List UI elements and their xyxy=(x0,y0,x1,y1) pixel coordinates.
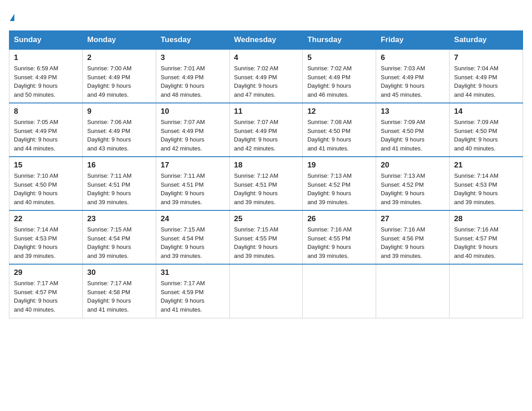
calendar-cell: 17 Sunrise: 7:11 AMSunset: 4:51 PMDaylig… xyxy=(156,157,229,210)
day-info: Sunrise: 7:07 AMSunset: 4:49 PMDaylight:… xyxy=(161,118,225,153)
day-number: 1 xyxy=(14,53,78,62)
day-info: Sunrise: 7:05 AMSunset: 4:49 PMDaylight:… xyxy=(14,118,78,153)
day-number: 7 xyxy=(454,53,518,62)
calendar-cell: 10 Sunrise: 7:07 AMSunset: 4:49 PMDaylig… xyxy=(156,103,229,157)
calendar-cell: 23 Sunrise: 7:15 AMSunset: 4:54 PMDaylig… xyxy=(82,210,156,264)
calendar-cell xyxy=(376,264,450,318)
day-info: Sunrise: 7:13 AMSunset: 4:52 PMDaylight:… xyxy=(307,171,371,206)
calendar-cell: 9 Sunrise: 7:06 AMSunset: 4:49 PMDayligh… xyxy=(82,103,156,157)
calendar-cell: 5 Sunrise: 7:02 AMSunset: 4:49 PMDayligh… xyxy=(303,49,376,103)
header-cell-saturday: Saturday xyxy=(450,31,523,50)
calendar-cell xyxy=(450,264,523,318)
day-number: 24 xyxy=(161,214,225,223)
day-info: Sunrise: 7:15 AMSunset: 4:55 PMDaylight:… xyxy=(234,225,298,260)
day-info: Sunrise: 7:11 AMSunset: 4:51 PMDaylight:… xyxy=(87,171,151,206)
calendar-header-row: SundayMondayTuesdayWednesdayThursdayFrid… xyxy=(9,31,523,50)
day-number: 15 xyxy=(14,161,78,170)
calendar-cell: 16 Sunrise: 7:11 AMSunset: 4:51 PMDaylig… xyxy=(82,157,156,210)
day-info: Sunrise: 7:17 AMSunset: 4:57 PMDaylight:… xyxy=(14,279,78,314)
calendar-cell: 6 Sunrise: 7:03 AMSunset: 4:49 PMDayligh… xyxy=(376,49,450,103)
calendar-cell: 15 Sunrise: 7:10 AMSunset: 4:50 PMDaylig… xyxy=(9,157,83,210)
calendar-cell: 22 Sunrise: 7:14 AMSunset: 4:53 PMDaylig… xyxy=(9,210,83,264)
day-number: 14 xyxy=(454,107,518,116)
day-number: 13 xyxy=(381,107,445,116)
header-cell-tuesday: Tuesday xyxy=(156,31,229,50)
calendar-cell: 29 Sunrise: 7:17 AMSunset: 4:57 PMDaylig… xyxy=(9,264,83,318)
day-info: Sunrise: 7:14 AMSunset: 4:53 PMDaylight:… xyxy=(454,171,518,206)
day-info: Sunrise: 7:09 AMSunset: 4:50 PMDaylight:… xyxy=(381,118,445,153)
page-header xyxy=(9,9,523,21)
calendar-cell: 27 Sunrise: 7:16 AMSunset: 4:56 PMDaylig… xyxy=(376,210,450,264)
calendar-body: 1 Sunrise: 6:59 AMSunset: 4:49 PMDayligh… xyxy=(9,49,523,318)
calendar-week-2: 8 Sunrise: 7:05 AMSunset: 4:49 PMDayligh… xyxy=(9,103,523,157)
day-number: 18 xyxy=(234,161,298,170)
calendar-week-5: 29 Sunrise: 7:17 AMSunset: 4:57 PMDaylig… xyxy=(9,264,523,318)
calendar-cell: 26 Sunrise: 7:16 AMSunset: 4:55 PMDaylig… xyxy=(303,210,376,264)
day-info: Sunrise: 7:00 AMSunset: 4:49 PMDaylight:… xyxy=(87,64,151,99)
calendar-cell: 1 Sunrise: 6:59 AMSunset: 4:49 PMDayligh… xyxy=(9,49,83,103)
day-info: Sunrise: 6:59 AMSunset: 4:49 PMDaylight:… xyxy=(14,64,78,99)
calendar-cell: 28 Sunrise: 7:16 AMSunset: 4:57 PMDaylig… xyxy=(450,210,523,264)
day-number: 10 xyxy=(161,107,225,116)
day-info: Sunrise: 7:09 AMSunset: 4:50 PMDaylight:… xyxy=(454,118,518,153)
day-number: 25 xyxy=(234,214,298,223)
day-info: Sunrise: 7:16 AMSunset: 4:55 PMDaylight:… xyxy=(307,225,371,260)
day-number: 21 xyxy=(454,161,518,170)
logo-triangle-icon xyxy=(10,14,14,21)
day-info: Sunrise: 7:02 AMSunset: 4:49 PMDaylight:… xyxy=(234,64,298,99)
day-number: 31 xyxy=(161,268,225,277)
day-number: 20 xyxy=(381,161,445,170)
day-number: 17 xyxy=(161,161,225,170)
calendar-cell: 12 Sunrise: 7:08 AMSunset: 4:50 PMDaylig… xyxy=(303,103,376,157)
calendar-cell: 18 Sunrise: 7:12 AMSunset: 4:51 PMDaylig… xyxy=(229,157,303,210)
calendar-cell: 14 Sunrise: 7:09 AMSunset: 4:50 PMDaylig… xyxy=(450,103,523,157)
day-number: 4 xyxy=(234,53,298,62)
day-info: Sunrise: 7:17 AMSunset: 4:59 PMDaylight:… xyxy=(161,279,225,314)
day-number: 8 xyxy=(14,107,78,116)
calendar-week-4: 22 Sunrise: 7:14 AMSunset: 4:53 PMDaylig… xyxy=(9,210,523,264)
day-number: 19 xyxy=(307,161,371,170)
day-info: Sunrise: 7:06 AMSunset: 4:49 PMDaylight:… xyxy=(87,118,151,153)
day-info: Sunrise: 7:13 AMSunset: 4:52 PMDaylight:… xyxy=(381,171,445,206)
calendar-cell: 25 Sunrise: 7:15 AMSunset: 4:55 PMDaylig… xyxy=(229,210,303,264)
day-info: Sunrise: 7:16 AMSunset: 4:56 PMDaylight:… xyxy=(381,225,445,260)
day-info: Sunrise: 7:10 AMSunset: 4:50 PMDaylight:… xyxy=(14,171,78,206)
logo xyxy=(9,9,14,21)
header-cell-monday: Monday xyxy=(82,31,156,50)
day-number: 3 xyxy=(161,53,225,62)
day-info: Sunrise: 7:03 AMSunset: 4:49 PMDaylight:… xyxy=(381,64,445,99)
day-number: 30 xyxy=(87,268,151,277)
calendar-cell: 8 Sunrise: 7:05 AMSunset: 4:49 PMDayligh… xyxy=(9,103,83,157)
day-number: 2 xyxy=(87,53,151,62)
day-info: Sunrise: 7:08 AMSunset: 4:50 PMDaylight:… xyxy=(307,118,371,153)
calendar-cell: 24 Sunrise: 7:15 AMSunset: 4:54 PMDaylig… xyxy=(156,210,229,264)
day-info: Sunrise: 7:01 AMSunset: 4:49 PMDaylight:… xyxy=(161,64,225,99)
calendar-cell: 21 Sunrise: 7:14 AMSunset: 4:53 PMDaylig… xyxy=(450,157,523,210)
day-number: 6 xyxy=(381,53,445,62)
calendar-cell: 30 Sunrise: 7:17 AMSunset: 4:58 PMDaylig… xyxy=(82,264,156,318)
day-info: Sunrise: 7:12 AMSunset: 4:51 PMDaylight:… xyxy=(234,171,298,206)
day-info: Sunrise: 7:15 AMSunset: 4:54 PMDaylight:… xyxy=(87,225,151,260)
day-info: Sunrise: 7:07 AMSunset: 4:49 PMDaylight:… xyxy=(234,118,298,153)
calendar-cell: 20 Sunrise: 7:13 AMSunset: 4:52 PMDaylig… xyxy=(376,157,450,210)
calendar-cell xyxy=(303,264,376,318)
calendar-cell: 2 Sunrise: 7:00 AMSunset: 4:49 PMDayligh… xyxy=(82,49,156,103)
logo-general-line xyxy=(9,9,14,21)
day-number: 16 xyxy=(87,161,151,170)
day-number: 23 xyxy=(87,214,151,223)
header-cell-wednesday: Wednesday xyxy=(229,31,303,50)
day-number: 28 xyxy=(454,214,518,223)
day-info: Sunrise: 7:16 AMSunset: 4:57 PMDaylight:… xyxy=(454,225,518,260)
calendar-table: SundayMondayTuesdayWednesdayThursdayFrid… xyxy=(9,30,523,318)
day-number: 11 xyxy=(234,107,298,116)
header-cell-friday: Friday xyxy=(376,31,450,50)
day-info: Sunrise: 7:14 AMSunset: 4:53 PMDaylight:… xyxy=(14,225,78,260)
calendar-cell: 3 Sunrise: 7:01 AMSunset: 4:49 PMDayligh… xyxy=(156,49,229,103)
calendar-week-1: 1 Sunrise: 6:59 AMSunset: 4:49 PMDayligh… xyxy=(9,49,523,103)
calendar-cell xyxy=(229,264,303,318)
calendar-cell: 4 Sunrise: 7:02 AMSunset: 4:49 PMDayligh… xyxy=(229,49,303,103)
day-number: 9 xyxy=(87,107,151,116)
day-info: Sunrise: 7:15 AMSunset: 4:54 PMDaylight:… xyxy=(161,225,225,260)
header-cell-thursday: Thursday xyxy=(303,31,376,50)
calendar-week-3: 15 Sunrise: 7:10 AMSunset: 4:50 PMDaylig… xyxy=(9,157,523,210)
